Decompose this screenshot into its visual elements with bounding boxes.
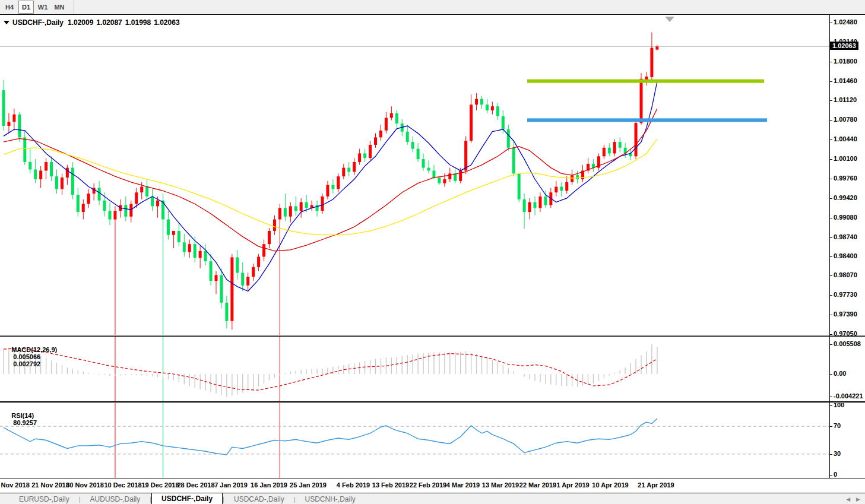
candle-body: [480, 99, 483, 105]
date-tick-label: 16 Jan 2019: [251, 481, 287, 489]
candle-body: [395, 113, 398, 123]
date-tick-label: 25 Jan 2019: [290, 481, 327, 489]
candle-body: [555, 187, 557, 193]
candle-body: [448, 173, 451, 179]
candle-body: [87, 194, 90, 204]
rsi-line: [4, 419, 657, 455]
candle-body: [655, 46, 658, 49]
chart-tab-usdcnh[interactable]: USDCNH-,Daily: [296, 493, 365, 504]
chart-tabbar: EURUSD-,Daily|AUDUSD-,Daily|USDCHF-,Dail…: [0, 493, 865, 504]
tab-scroll-left-icon[interactable]: ◀: [846, 496, 850, 502]
date-tick-label: 30 Nov 2018: [66, 481, 104, 489]
candle-body: [459, 170, 462, 180]
candle-body: [422, 159, 425, 168]
candle-body: [544, 196, 547, 205]
candle-body: [50, 162, 53, 176]
chart-tab-usdcad[interactable]: USDCAD-,Daily: [224, 493, 294, 504]
candle-body: [199, 251, 202, 258]
candle-body: [619, 142, 622, 148]
candle-body: [77, 195, 80, 212]
chart-tab-eurusd[interactable]: EURUSD-,Daily: [9, 493, 79, 504]
candle-body: [252, 267, 255, 277]
rsi-tick-label: 100: [834, 401, 844, 408]
candle-body: [7, 122, 10, 126]
date-tick-label: 21 Nov 2018: [31, 481, 69, 489]
candle-body: [246, 277, 249, 286]
timeframe-button-mn[interactable]: MN: [52, 1, 67, 14]
macd-tick-label: 0.00: [834, 370, 846, 377]
tab-scroll-arrows: ◀ ▶: [846, 493, 865, 504]
timeframe-button-h4[interactable]: H4: [2, 1, 17, 14]
candle-body: [188, 244, 191, 252]
candle-body: [491, 106, 494, 110]
price-axis-border: [829, 15, 830, 478]
candle-body: [411, 142, 414, 149]
date-tick-label: 13 Feb 2019: [372, 481, 409, 489]
candle-body: [432, 170, 435, 177]
date-tick-label: 28 Dec 2018: [178, 481, 215, 489]
candle-body: [390, 113, 393, 118]
time-axis[interactable]: 12 Nov 201821 Nov 201830 Nov 201810 Dec …: [0, 478, 865, 493]
price-tick-label: 0.99760: [834, 175, 857, 182]
candle-body: [210, 261, 213, 281]
price-chart-canvas[interactable]: [0, 0, 865, 504]
date-tick-label: 22 Feb 2019: [410, 481, 446, 489]
candle-body: [464, 141, 467, 170]
ohlc-high: 1.02087: [96, 18, 122, 27]
ma-slow-line: [4, 139, 657, 234]
price-tick-label: 0.99420: [834, 194, 857, 201]
candle-body: [438, 177, 441, 183]
chart-tab-usdchf[interactable]: USDCHF-,Daily: [151, 493, 223, 504]
candle-body: [565, 182, 568, 191]
candle-body: [145, 187, 148, 196]
candle-body: [113, 211, 116, 220]
tab-scroll-right-icon[interactable]: ▶: [856, 496, 860, 502]
candle-body: [337, 176, 340, 189]
price-tick-label: 1.00440: [834, 135, 857, 142]
candle-body: [167, 220, 170, 235]
price-tick-label: 0.97050: [834, 330, 857, 337]
symbol-dropdown-icon[interactable]: [4, 21, 9, 24]
chart-tab-audusd[interactable]: AUDUSD-,Daily: [81, 493, 150, 504]
support-line[interactable]: [527, 118, 767, 122]
rsi-tick-label: 70: [834, 422, 841, 429]
candle-body: [300, 202, 303, 211]
candle-body: [12, 115, 15, 122]
ma-fast-line: [4, 82, 657, 291]
rsi-value: 80.9257: [13, 419, 37, 426]
candle-body: [278, 208, 281, 219]
candle-body: [443, 179, 446, 183]
candle-body: [534, 202, 537, 208]
candle-body: [576, 175, 579, 179]
candle-body: [571, 175, 574, 182]
candle-body: [284, 208, 287, 217]
candle-body: [18, 115, 21, 138]
candle-body: [486, 104, 489, 110]
date-tick-label: 12 Nov 2018: [0, 481, 30, 489]
price-tick-label: 1.02480: [834, 18, 857, 26]
candle-body: [230, 257, 233, 321]
candle-body: [268, 231, 271, 244]
date-tick-label: 4 Feb 2019: [337, 481, 370, 489]
candle-body: [262, 244, 265, 256]
candle-body: [140, 187, 143, 193]
candle-body: [109, 211, 112, 220]
date-tick-label: 19 Dec 2018: [142, 481, 179, 489]
candle-body: [353, 162, 356, 172]
time-axis-border: [0, 478, 865, 478]
candle-body: [2, 90, 5, 126]
timeframe-button-w1[interactable]: W1: [35, 1, 50, 14]
ohlc-open: 1.02009: [68, 18, 93, 27]
resistance-line[interactable]: [527, 80, 764, 83]
candle-body: [103, 201, 106, 211]
candle-body: [427, 168, 430, 171]
date-tick-label: 10 Dec 2018: [104, 481, 142, 489]
candle-body: [475, 99, 478, 105]
candle-body: [363, 153, 366, 158]
timeframe-button-d1[interactable]: D1: [18, 1, 34, 14]
candle-body: [507, 129, 510, 148]
candle-body: [45, 162, 47, 171]
candle-body: [204, 251, 207, 261]
macd-signal-value: 0.002792: [13, 360, 40, 367]
chart-shift-marker-icon[interactable]: [665, 17, 674, 22]
